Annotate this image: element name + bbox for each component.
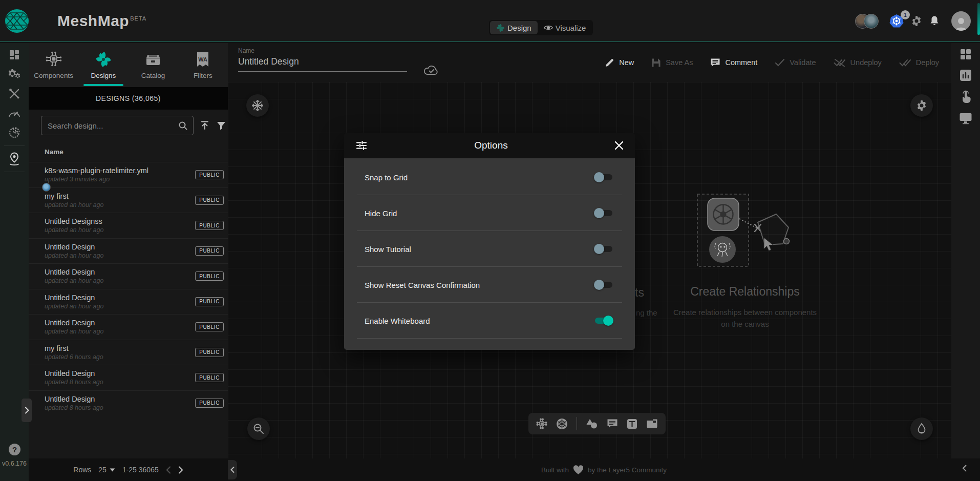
- visibility-badge[interactable]: PUBLIC: [195, 221, 224, 230]
- option-label: Enable Whiteboard: [365, 317, 430, 325]
- design-list-item[interactable]: Untitled Designupdated an hour ago PUBLI…: [29, 289, 228, 315]
- option-row: Hide Grid: [344, 195, 635, 231]
- meshmap-app: MeshMapBETA Design Visualize: [0, 0, 980, 481]
- design-list-item[interactable]: Untitled Designupdated an hour ago PUBLI…: [29, 238, 228, 264]
- enable-whiteboard-toggle[interactable]: [594, 316, 613, 326]
- design-name: my first: [45, 192, 195, 200]
- design-list-item[interactable]: k8s-wasm-plugin-ratelimiter.ymlupdated 3…: [29, 162, 228, 187]
- undeploy-button[interactable]: Undeploy: [834, 58, 882, 67]
- footer-collapse-handle[interactable]: [228, 460, 237, 479]
- next-page-button[interactable]: [178, 466, 183, 474]
- show-tutorial-toggle[interactable]: [594, 244, 613, 254]
- double-check-icon: [899, 58, 911, 67]
- comment-button[interactable]: Comment: [710, 58, 757, 68]
- ink-drop-button[interactable]: [910, 417, 933, 440]
- visibility-badge[interactable]: PUBLIC: [195, 322, 224, 331]
- prev-page-button[interactable]: [166, 466, 171, 474]
- design-list-item[interactable]: Untitled Designupdated an hour ago PUBLI…: [29, 263, 228, 289]
- display-mode-button[interactable]: [959, 112, 972, 124]
- visibility-badge[interactable]: PUBLIC: [195, 373, 224, 382]
- design-name-input[interactable]: [238, 54, 407, 72]
- sidebar-item-lifecycle[interactable]: [0, 65, 29, 84]
- kubernetes-tool-button[interactable]: [556, 418, 568, 430]
- design-name: Untitled Design: [45, 395, 195, 403]
- tab-components[interactable]: Components: [29, 43, 78, 87]
- design-list-item[interactable]: Untitled Designupdated an hour ago PUBLI…: [29, 314, 228, 340]
- rows-per-page-select[interactable]: 25: [98, 466, 115, 474]
- components-tool-button[interactable]: [536, 418, 547, 429]
- canvas-options-button[interactable]: [910, 94, 933, 117]
- tab-visualize[interactable]: Visualize: [538, 21, 592, 34]
- design-list-item[interactable]: my firstupdated 6 hours ago PUBLIC: [29, 340, 228, 365]
- design-name-field: Name: [238, 47, 417, 72]
- sidebar-item-toolkit[interactable]: [0, 84, 29, 103]
- visibility-badge[interactable]: PUBLIC: [195, 297, 224, 306]
- interaction-mode-button[interactable]: [960, 90, 972, 104]
- rail-divider: [4, 172, 25, 172]
- design-list-item[interactable]: Untitled Designupdated 8 hours ago PUBLI…: [29, 390, 228, 416]
- search-icon[interactable]: [178, 121, 188, 131]
- app-header: MeshMapBETA Design Visualize: [0, 0, 980, 42]
- hide-grid-toggle[interactable]: [594, 208, 613, 218]
- deploy-button[interactable]: Deploy: [899, 58, 939, 67]
- text-T-icon: [627, 419, 637, 429]
- visibility-badge[interactable]: PUBLIC: [195, 196, 224, 205]
- sidebar-item-performance[interactable]: [0, 103, 29, 123]
- rail-expand-handle[interactable]: [22, 399, 32, 422]
- zoom-out-button[interactable]: [247, 417, 270, 440]
- eye-icon: [544, 24, 553, 31]
- text-tool-button[interactable]: [627, 419, 637, 429]
- tab-filters[interactable]: WA Filters: [178, 43, 228, 87]
- validate-button[interactable]: Validate: [775, 58, 816, 67]
- settings-button[interactable]: [910, 15, 923, 27]
- close-button[interactable]: [614, 141, 624, 150]
- components-chip-icon: [45, 51, 63, 68]
- analytics-panel-button[interactable]: [959, 69, 972, 82]
- kubernetes-context-button[interactable]: 1: [889, 14, 904, 28]
- new-design-button[interactable]: New: [605, 58, 634, 68]
- footer-text-prefix: Built with: [541, 466, 569, 474]
- design-list-item[interactable]: Untitled Designssupdated an hour ago PUB…: [29, 213, 228, 238]
- sidebar-item-dashboard[interactable]: [0, 45, 29, 65]
- dock-divider: [577, 417, 577, 430]
- notifications-button[interactable]: [929, 15, 940, 27]
- show-reset-canvas-confirmation-toggle[interactable]: [594, 280, 613, 290]
- right-panel-collapse-handle[interactable]: [962, 465, 967, 472]
- widgets-button[interactable]: [960, 48, 972, 60]
- collaborator-avatar-2[interactable]: [864, 14, 879, 29]
- save-as-button[interactable]: Save As: [651, 58, 693, 68]
- freeze-layout-button[interactable]: [246, 94, 269, 117]
- tools-icon: [8, 88, 20, 100]
- design-list-item[interactable]: my firstupdated an hour ago PUBLIC: [29, 187, 228, 213]
- shapes-tool-button[interactable]: [586, 419, 598, 429]
- notification-drawer-edge[interactable]: [977, 3, 980, 35]
- design-name: Untitled Design: [45, 243, 195, 251]
- design-list-item[interactable]: Untitled Designupdated 8 hours ago PUBLI…: [29, 365, 228, 390]
- action-label: Validate: [790, 58, 816, 67]
- visibility-badge[interactable]: PUBLIC: [195, 348, 224, 357]
- tab-designs[interactable]: Designs: [78, 43, 128, 87]
- user-avatar[interactable]: [951, 11, 971, 31]
- sidebar-item-meshmap[interactable]: [0, 149, 29, 169]
- tab-design[interactable]: Design: [490, 21, 538, 34]
- visibility-badge[interactable]: PUBLIC: [195, 170, 224, 179]
- comment-tool-button[interactable]: [607, 419, 618, 429]
- action-label: Comment: [725, 58, 757, 67]
- layer5-logo-icon[interactable]: [3, 6, 31, 36]
- visibility-badge[interactable]: PUBLIC: [195, 246, 224, 256]
- publish-design-button[interactable]: [200, 120, 210, 131]
- media-tool-button[interactable]: [646, 419, 658, 429]
- sidebar-item-analytics[interactable]: [0, 123, 29, 142]
- search-input[interactable]: [47, 121, 178, 131]
- visibility-badge[interactable]: PUBLIC: [195, 399, 224, 408]
- option-row: Show Tutorial: [344, 231, 635, 267]
- search-box[interactable]: [41, 116, 194, 135]
- help-button[interactable]: ?: [9, 444, 20, 455]
- app-version: v0.6.176: [0, 460, 29, 467]
- filter-button[interactable]: [216, 120, 226, 131]
- visibility-badge[interactable]: PUBLIC: [195, 271, 224, 281]
- tab-catalog[interactable]: Catalog: [129, 43, 178, 87]
- snap-to-grid-toggle[interactable]: [594, 172, 613, 182]
- design-updated: updated an hour ago: [45, 328, 195, 335]
- svg-text:WA: WA: [199, 56, 208, 62]
